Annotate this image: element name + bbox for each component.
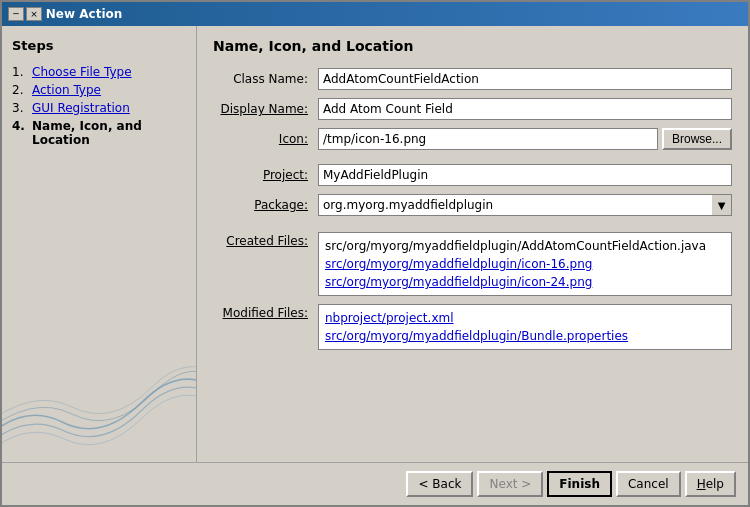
icon-input[interactable]: [318, 128, 658, 150]
steps-list: 1. Choose File Type 2. Action Type 3. GU…: [12, 63, 186, 149]
step-3: 3. GUI Registration: [12, 99, 186, 117]
modified-file-1: nbproject/project.xml: [325, 309, 725, 327]
window-title: New Action: [46, 7, 742, 21]
step-2: 2. Action Type: [12, 81, 186, 99]
created-files-row: Created Files: src/org/myorg/myaddfieldp…: [213, 232, 732, 296]
content-area: Steps 1. Choose File Type 2. Action Type…: [2, 26, 748, 462]
title-bar-controls: ─ ×: [8, 7, 42, 21]
step-1: 1. Choose File Type: [12, 63, 186, 81]
spacer2: [213, 224, 732, 232]
next-button[interactable]: Next >: [477, 471, 543, 497]
created-file-2-text[interactable]: src/org/myorg/myaddfieldplugin/icon-16.p…: [325, 257, 592, 271]
display-name-label: Display Name:: [213, 102, 318, 116]
modified-file-2: src/org/myorg/myaddfieldplugin/Bundle.pr…: [325, 327, 725, 345]
browse-button[interactable]: Browse...: [662, 128, 732, 150]
project-input[interactable]: [318, 164, 732, 186]
steps-heading: Steps: [12, 38, 186, 53]
package-dropdown-arrow[interactable]: ▼: [712, 194, 732, 216]
package-row: Package: ▼: [213, 194, 732, 216]
title-bar: ─ × New Action: [2, 2, 748, 26]
created-file-3: src/org/myorg/myaddfieldplugin/icon-24.p…: [325, 273, 725, 291]
class-name-label: Class Name:: [213, 72, 318, 86]
created-files-box: src/org/myorg/myaddfieldplugin/AddAtomCo…: [318, 232, 732, 296]
package-dropdown: ▼: [318, 194, 732, 216]
created-files-label: Created Files:: [213, 232, 318, 248]
step-4-label: Name, Icon, andLocation: [32, 119, 142, 147]
help-button[interactable]: Help: [685, 471, 736, 497]
bottom-bar: < Back Next > Finish Cancel Help: [2, 462, 748, 505]
package-input[interactable]: [318, 194, 732, 216]
main-panel: Name, Icon, and Location Class Name: Dis…: [197, 26, 748, 462]
modified-file-2-text[interactable]: src/org/myorg/myaddfieldplugin/Bundle.pr…: [325, 329, 628, 343]
step-2-label[interactable]: Action Type: [32, 83, 101, 97]
section-title: Name, Icon, and Location: [213, 38, 732, 54]
icon-label: Icon:: [213, 132, 318, 146]
modified-files-label: Modified Files:: [213, 304, 318, 320]
project-label: Project:: [213, 168, 318, 182]
project-row: Project:: [213, 164, 732, 186]
minimize-button[interactable]: ─: [8, 7, 24, 21]
close-button[interactable]: ×: [26, 7, 42, 21]
created-file-1: src/org/myorg/myaddfieldplugin/AddAtomCo…: [325, 237, 725, 255]
class-name-row: Class Name:: [213, 68, 732, 90]
class-name-input[interactable]: [318, 68, 732, 90]
icon-row: Icon: Browse...: [213, 128, 732, 150]
display-name-input[interactable]: [318, 98, 732, 120]
created-file-2: src/org/myorg/myaddfieldplugin/icon-16.p…: [325, 255, 725, 273]
display-name-row: Display Name:: [213, 98, 732, 120]
step-3-label[interactable]: GUI Registration: [32, 101, 130, 115]
icon-field-group: Browse...: [318, 128, 732, 150]
sidebar: Steps 1. Choose File Type 2. Action Type…: [2, 26, 197, 462]
back-button[interactable]: < Back: [406, 471, 473, 497]
step-1-label[interactable]: Choose File Type: [32, 65, 132, 79]
cancel-button[interactable]: Cancel: [616, 471, 681, 497]
created-file-3-text[interactable]: src/org/myorg/myaddfieldplugin/icon-24.p…: [325, 275, 592, 289]
modified-files-box: nbproject/project.xml src/org/myorg/myad…: [318, 304, 732, 350]
window: ─ × New Action Steps 1. Choose File Type…: [0, 0, 750, 507]
wave-decoration: [2, 342, 197, 462]
finish-button[interactable]: Finish: [547, 471, 612, 497]
step-4: 4. Name, Icon, andLocation: [12, 117, 186, 149]
package-label: Package:: [213, 198, 318, 212]
modified-files-row: Modified Files: nbproject/project.xml sr…: [213, 304, 732, 350]
modified-file-1-text[interactable]: nbproject/project.xml: [325, 311, 454, 325]
created-file-1-text: src/org/myorg/myaddfieldplugin/AddAtomCo…: [325, 239, 706, 253]
